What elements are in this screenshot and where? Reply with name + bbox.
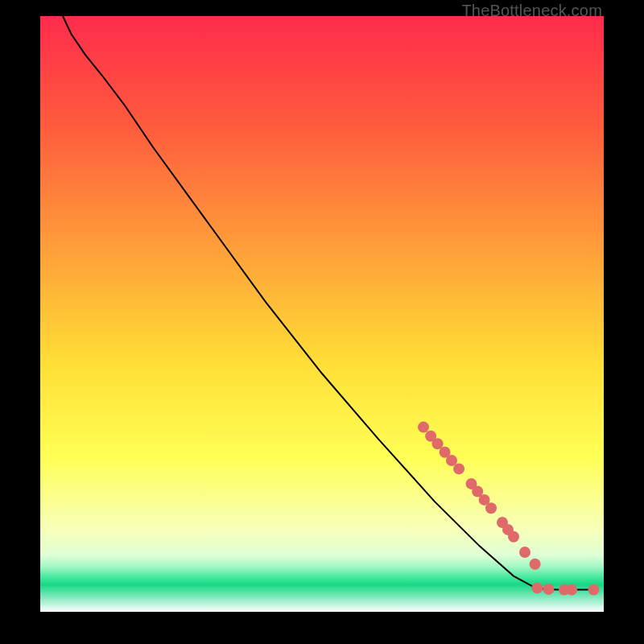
marker-dot — [566, 584, 577, 596]
chart-frame: TheBottleneck.com — [0, 0, 644, 644]
plot-area — [40, 16, 604, 612]
marker-dot — [588, 584, 599, 596]
marker-dot — [485, 502, 497, 514]
marker-dot — [531, 582, 543, 593]
marker-dot — [543, 584, 554, 595]
marker-dot — [519, 547, 530, 558]
marker-dot — [453, 463, 464, 474]
chart-svg — [40, 16, 604, 612]
marker-dot — [508, 531, 519, 543]
marker-dot — [530, 559, 541, 570]
marker-dot — [418, 422, 429, 433]
